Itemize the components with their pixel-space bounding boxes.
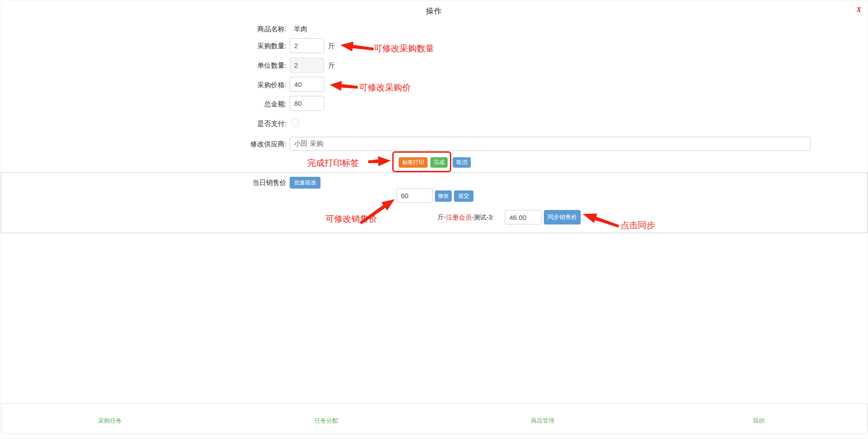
sync-label-prefix: 斤- [438, 214, 446, 221]
purchase-price-label: 采购价格: [227, 81, 286, 89]
label-print-button[interactable]: 标签打印 [399, 157, 428, 168]
total-amount-input[interactable] [290, 96, 324, 111]
supplier-label: 修改供应商: [227, 140, 286, 148]
cancel-button[interactable]: 取消 [453, 157, 471, 168]
purchase-qty-input[interactable] [290, 38, 324, 53]
arrow-right-icon [368, 155, 391, 168]
sync-price-label: 斤-注册会员-测试-3: [438, 214, 494, 222]
purchase-qty-label: 采购数量: [227, 42, 286, 50]
sync-label-highlight: 注册会员 [446, 214, 472, 221]
daily-sale-price-label: 当日销售价 [227, 179, 286, 187]
unit-qty-unit: 斤 [328, 61, 335, 70]
annotation-qty: 可修改采购数量 [374, 43, 434, 55]
arrow-left-icon [329, 79, 358, 93]
bottom-nav: 采购任务 任务分配 商品管理 我的 [1, 403, 868, 434]
unit-qty-label: 单位数量: [227, 61, 286, 70]
sync-price-input[interactable] [505, 210, 542, 224]
modify-button[interactable]: 修改 [435, 190, 452, 202]
total-amount-label: 总金额: [227, 100, 286, 108]
operation-modal: 操作 X 商品名称: 羊肉 采购数量: 斤 单位数量: 斤 采购价格: 总金额:… [0, 0, 868, 439]
sync-label-suffix: -测试-3: [472, 214, 494, 221]
arrow-left-icon [340, 39, 375, 55]
product-name-label: 商品名称: [227, 25, 286, 33]
page-title: 操作 [0, 6, 868, 16]
annotation-print-label: 完成打印标签 [307, 157, 359, 169]
nav-item-purchase-tasks[interactable]: 采购任务 [2, 412, 218, 425]
close-icon[interactable]: X [857, 6, 861, 14]
daily-sale-price-section [1, 172, 868, 233]
sync-sale-price-button[interactable]: 同步销售价 [544, 210, 581, 224]
nav-item-task-assignment[interactable]: 任务分配 [218, 412, 435, 425]
purchase-price-input[interactable] [290, 77, 324, 92]
submit-button[interactable]: 提交 [454, 190, 473, 202]
annotation-click-sync: 点击同步 [621, 220, 655, 231]
supplier-input[interactable] [290, 137, 811, 151]
annotation-price: 可修改采购价 [359, 82, 411, 94]
complete-button[interactable]: 完成 [430, 157, 448, 168]
batch-filter-button[interactable]: 批量筛选 [290, 177, 321, 189]
nav-item-product-management[interactable]: 商品管理 [434, 412, 651, 425]
nav-item-mine[interactable]: 我的 [651, 412, 868, 425]
paid-label: 是否支付: [227, 120, 286, 128]
product-name-value: 羊肉 [294, 25, 307, 34]
paid-radio[interactable] [291, 119, 299, 127]
sale-price-input[interactable] [396, 188, 433, 203]
purchase-qty-unit: 斤 [328, 42, 335, 50]
unit-qty-input [290, 58, 324, 73]
